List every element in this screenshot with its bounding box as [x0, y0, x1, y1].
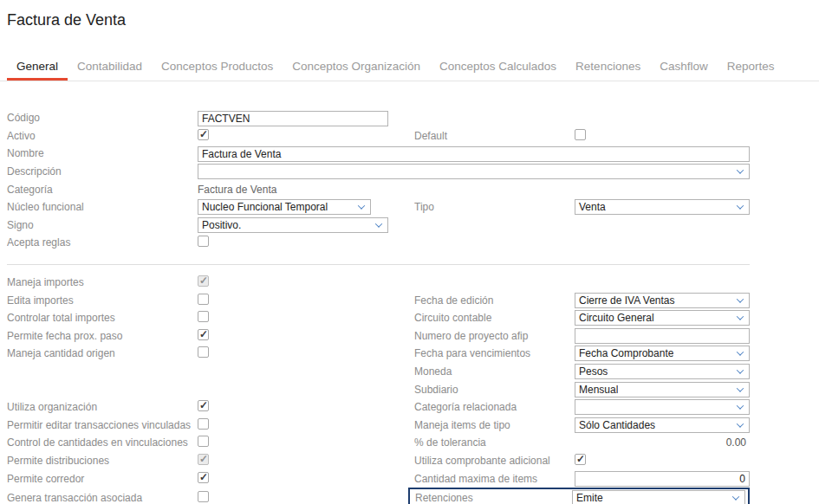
chevron-down-icon	[737, 366, 744, 373]
tab-retenciones[interactable]: Retenciones	[566, 53, 650, 81]
retenciones-label: Retenciones	[415, 492, 572, 504]
tab-reportes[interactable]: Reportes	[718, 53, 784, 81]
maneja-items-tipo-select[interactable]: Sólo Cantidades	[575, 417, 750, 433]
permitir-editar-transacciones-label: Permitir editar transacciones vinculadas	[7, 419, 198, 431]
categoria-relacionada-label: Categoría relacionada	[414, 401, 575, 413]
moneda-select[interactable]: Pesos	[575, 364, 750, 379]
permite-corredor-label: Permite corredor	[7, 473, 198, 485]
nucleo-funcional-select-value: Nucleo Funcional Temporal	[198, 201, 328, 213]
numero-proyecto-afip-label: Numero de proyecto afip	[414, 330, 575, 342]
default-label: Default	[414, 130, 575, 142]
page-title: Factura de Venta	[0, 0, 819, 29]
numero-proyecto-afip-input[interactable]	[575, 328, 750, 344]
chevron-down-icon	[375, 220, 382, 227]
permite-fecha-prox-paso-checkbox[interactable]	[198, 329, 209, 340]
moneda-select-value: Pesos	[575, 365, 608, 378]
chevron-down-icon	[737, 295, 744, 302]
nombre-input[interactable]	[198, 146, 750, 162]
controlar-total-importes-checkbox[interactable]	[198, 311, 209, 322]
controlar-total-importes-label: Controlar total importes	[7, 312, 198, 324]
tipo-label: Tipo	[414, 201, 575, 213]
activo-label: Activo	[7, 130, 198, 142]
circuito-contable-select[interactable]: Circuito General	[575, 310, 750, 326]
nombre-label: Nombre	[7, 147, 198, 159]
utiliza-organizacion-label: Utiliza organización	[7, 401, 198, 413]
signo-select[interactable]: Positivo.	[198, 217, 388, 233]
tab-conceptos-organizacion[interactable]: Conceptos Organización	[283, 53, 430, 81]
control-cantidades-label: Control de cantidades en vinculaciones	[7, 436, 198, 449]
chevron-down-icon	[737, 166, 744, 173]
edita-importes-label: Edita importes	[7, 294, 198, 307]
chevron-down-icon	[737, 313, 744, 320]
acepta-reglas-label: Acepta reglas	[7, 236, 198, 249]
chevron-down-icon	[737, 420, 744, 427]
chevron-down-icon	[358, 203, 365, 210]
fecha-edicion-label: Fecha de edición	[414, 294, 575, 307]
tolerancia-value: 0.00	[575, 436, 750, 449]
permite-distribuciones-label: Permite distribuciones	[7, 455, 198, 467]
categoria-label: Categoría	[7, 184, 198, 196]
circuito-contable-select-value: Circuito General	[575, 312, 654, 324]
utiliza-comprobante-adicional-checkbox[interactable]	[575, 454, 586, 465]
chevron-down-icon	[737, 349, 744, 356]
fecha-vencimientos-select[interactable]: Fecha Comprobante	[575, 346, 750, 361]
fecha-edicion-select[interactable]: Cierre de IVA Ventas	[575, 293, 750, 308]
cantidad-maxima-items-label: Cantidad maxima de items	[414, 473, 575, 485]
permite-corredor-checkbox[interactable]	[198, 472, 209, 483]
subdiario-label: Subdiario	[414, 384, 575, 396]
activo-checkbox[interactable]	[198, 129, 209, 140]
fecha-vencimientos-label: Fecha para vencimientos	[414, 347, 575, 359]
descripcion-select[interactable]	[198, 164, 750, 179]
tab-conceptos-calculados[interactable]: Conceptos Calculados	[430, 53, 566, 81]
maneja-cantidad-origen-label: Maneja cantidad origen	[7, 347, 198, 359]
moneda-label: Moneda	[414, 365, 575, 378]
tab-general[interactable]: General	[7, 53, 68, 81]
genera-transaccion-label: Genera transacción asociada	[7, 492, 198, 504]
maneja-cantidad-origen-checkbox[interactable]	[198, 346, 209, 358]
tipo-select[interactable]: Venta	[575, 199, 750, 215]
general-form: Código Activo Default Nombre Descripción…	[0, 109, 819, 504]
control-cantidades-checkbox[interactable]	[198, 436, 209, 447]
descripcion-label: Descripción	[7, 165, 198, 178]
subdiario-select-value: Mensual	[575, 384, 618, 396]
permite-distribuciones-checkbox	[198, 454, 209, 465]
fecha-vencimientos-select-value: Fecha Comprobante	[575, 347, 673, 359]
chevron-down-icon	[732, 494, 739, 501]
tab-cashflow[interactable]: Cashflow	[650, 53, 718, 81]
nucleo-funcional-select[interactable]: Nucleo Funcional Temporal	[198, 199, 371, 215]
maneja-importes-checkbox	[198, 275, 209, 287]
acepta-reglas-checkbox[interactable]	[198, 236, 209, 247]
subdiario-select[interactable]: Mensual	[575, 382, 750, 397]
nucleo-funcional-label: Núcleo funcional	[7, 201, 198, 213]
section-divider	[7, 264, 750, 265]
permitir-editar-transacciones-checkbox[interactable]	[198, 418, 209, 430]
maneja-importes-label: Maneja importes	[7, 276, 198, 288]
codigo-label: Código	[7, 112, 198, 124]
codigo-input[interactable]	[198, 111, 388, 126]
edita-importes-checkbox[interactable]	[198, 294, 209, 305]
retenciones-highlight: Retenciones Emite	[408, 488, 750, 504]
categoria-value: Factura de Venta	[198, 184, 414, 196]
tab-conceptos-productos[interactable]: Conceptos Productos	[152, 53, 283, 81]
genera-transaccion-checkbox[interactable]	[198, 491, 209, 502]
tab-bar: General Contabilidad Conceptos Productos…	[0, 53, 819, 81]
tipo-select-value: Venta	[575, 201, 606, 213]
tab-contabilidad[interactable]: Contabilidad	[68, 53, 152, 81]
maneja-items-tipo-label: Maneja items de tipo	[414, 419, 575, 431]
retenciones-select[interactable]: Emite	[572, 490, 745, 504]
chevron-down-icon	[737, 403, 744, 410]
chevron-down-icon	[737, 384, 744, 391]
chevron-down-icon	[737, 203, 744, 210]
signo-label: Signo	[7, 219, 198, 231]
tolerancia-label: % de tolerancia	[414, 436, 575, 449]
default-checkbox[interactable]	[575, 129, 586, 140]
permite-fecha-prox-paso-label: Permite fecha prox. paso	[7, 330, 198, 342]
categoria-relacionada-select[interactable]	[575, 399, 750, 415]
utiliza-comprobante-adicional-label: Utiliza comprobante adicional	[414, 455, 575, 467]
fecha-edicion-select-value: Cierre de IVA Ventas	[575, 294, 675, 307]
utiliza-organizacion-checkbox[interactable]	[198, 400, 209, 411]
cantidad-maxima-items-input[interactable]	[575, 471, 750, 487]
signo-select-value: Positivo.	[198, 219, 241, 231]
retenciones-select-value: Emite	[573, 492, 603, 504]
maneja-items-tipo-select-value: Sólo Cantidades	[575, 419, 655, 431]
